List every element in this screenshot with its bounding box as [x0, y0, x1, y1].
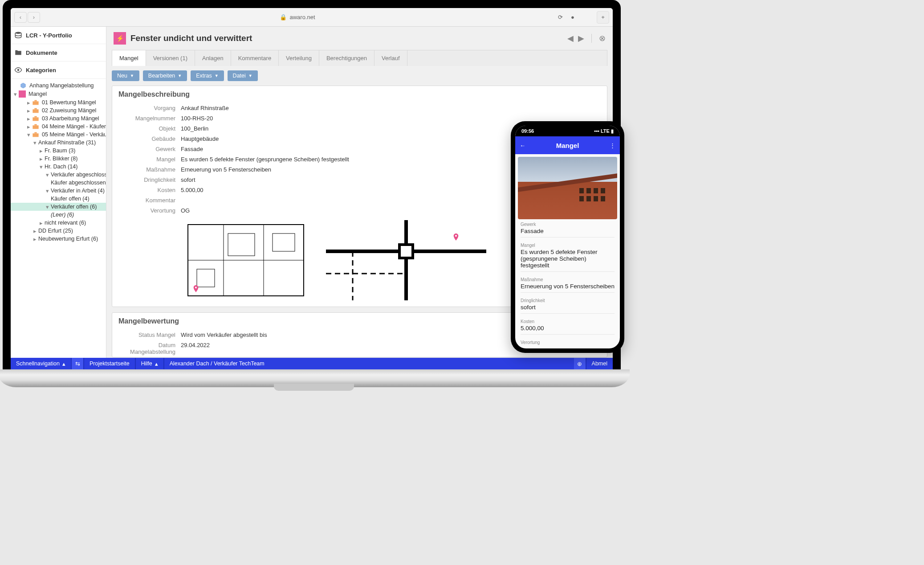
caret-right-icon: ▸ [26, 124, 31, 129]
sidebar-documents[interactable]: Dokumente [11, 44, 106, 61]
tree-item[interactable]: Käufer abgeschlossen (4) [11, 179, 106, 187]
schnellnavigation-button[interactable]: Schnellnavigation▴ [11, 360, 71, 367]
toolbar: Neu Bearbeiten Extras Datei [106, 66, 613, 86]
tree-folder[interactable]: ▾05 Meine Mängel - Verkäufer [11, 131, 106, 139]
caret-right-icon: ▸ [38, 148, 44, 153]
floorplan-detail-icon [326, 220, 486, 300]
cube-icon [20, 82, 27, 89]
bearbeiten-button[interactable]: Bearbeiten [143, 70, 187, 81]
url-text: awaro.net [289, 14, 315, 20]
tab-verlauf[interactable]: Verlauf [374, 50, 407, 66]
tree-folder[interactable]: ▸01 Bewertung Mängel [11, 98, 106, 106]
tree-item[interactable]: ▸Fr. Blikker (8) [11, 155, 106, 163]
field-kosten: 5.000,00 [181, 187, 204, 193]
svg-rect-11 [34, 132, 37, 134]
tree-mangel-root[interactable]: ▾ Mangel [11, 90, 106, 98]
browser-toolbar: ‹ › 🔒 awaro.net ⟳ ● + [11, 8, 613, 27]
sidebar-categories[interactable]: Kategorien [11, 61, 106, 79]
eye-icon [14, 66, 22, 74]
link-icon[interactable]: ⊕ [574, 358, 586, 369]
tab-berechtigungen[interactable]: Berechtigungen [319, 50, 374, 66]
tree-item[interactable]: Käufer offen (4) [11, 195, 106, 203]
hilfe-button[interactable]: Hilfe▴ [136, 360, 163, 367]
tab-anlagen[interactable]: Anlagen [195, 50, 231, 66]
field-objekt: 100_Berlin [181, 125, 208, 132]
expand-icon[interactable]: ⇆ [72, 358, 83, 369]
field-status: Wird vom Verkäufer abgestellt bis [181, 332, 267, 338]
tree-item[interactable]: ▾Hr. Dach (14) [11, 163, 106, 171]
close-button[interactable]: ⊗ [599, 33, 606, 43]
kebab-menu-icon[interactable]: ⋮ [605, 142, 615, 149]
page-title: Fenster undicht und verwittert [130, 33, 567, 43]
mangel-icon [114, 32, 126, 45]
field-gebaeude: Hauptgebäude [181, 135, 219, 142]
projektstartseite-button[interactable]: Projektstartseite [84, 360, 135, 367]
caret-right-icon: ▸ [32, 236, 37, 242]
svg-rect-10 [33, 133, 38, 137]
extras-button[interactable]: Extras [191, 70, 224, 81]
briefcase-icon [32, 107, 39, 114]
svg-point-1 [17, 69, 20, 71]
tree-item[interactable]: ▾Verkäufer in Arbeit (4) [11, 187, 106, 195]
pin-icon [192, 285, 199, 294]
caret-right-icon: ▸ [26, 108, 31, 113]
defect-photo[interactable] [518, 157, 617, 219]
phone-time: 09:56 [521, 128, 534, 134]
tree-item[interactable]: ▸Neubewertung Erfurt (6) [11, 235, 106, 243]
tab-kommentare[interactable]: Kommentare [231, 50, 279, 66]
tab-bar: Mangel Versionen (1) Anlagen Kommentare … [112, 50, 607, 66]
svg-rect-2 [33, 101, 38, 105]
tree-folder[interactable]: ▸04 Meine Mängel - Käufer [11, 123, 106, 131]
phone-field-gewerk: Fassade [521, 227, 615, 237]
svg-rect-9 [34, 124, 37, 126]
phone-mockup: 09:56 ••• LTE ▮ ← Mangel ⋮ GewerkFassade… [511, 121, 624, 353]
tree-item[interactable]: ▸DD Erfurt (25) [11, 227, 106, 235]
field-massnahme: Erneuerung von 5 Fensterscheiben [181, 166, 271, 173]
tree-ankauf[interactable]: ▾Ankauf Rhinstraße (31) [11, 139, 106, 147]
floorplan-detail[interactable] [326, 220, 486, 302]
prev-record-button[interactable]: ◀ [567, 33, 574, 43]
field-vorgang: Ankauf Rhinstraße [181, 105, 229, 111]
field-verortung: OG [181, 207, 190, 214]
caret-right-icon: ▸ [26, 100, 31, 105]
bottom-bar: Schnellnavigation▴ ⇆ Projektstartseite H… [11, 358, 613, 369]
tree-item[interactable]: ▸Fr. Baum (3) [11, 147, 106, 155]
next-record-button[interactable]: ▶ [578, 33, 584, 43]
section-title: Mangelbeschreibung [112, 86, 607, 103]
sidebar-portfolio[interactable]: LCR - Y-Portfolio [11, 27, 106, 44]
caret-right-icon: ▸ [38, 220, 44, 225]
tree-item[interactable]: ▸nicht relevant (6) [11, 219, 106, 227]
refresh-icon[interactable]: ⟳ [554, 14, 566, 20]
database-icon [14, 31, 22, 39]
caret-down-icon: ▾ [45, 172, 50, 177]
tree-folder[interactable]: ▸02 Zuweisung Mängel [11, 106, 106, 115]
download-icon[interactable]: ● [566, 14, 579, 20]
floorplan-icon [183, 220, 308, 300]
briefcase-icon [32, 131, 39, 138]
tree-folder[interactable]: ▸03 Abarbeitung Mängel [11, 115, 106, 123]
tab-versionen[interactable]: Versionen (1) [146, 50, 195, 66]
briefcase-icon [32, 115, 39, 122]
phone-field-massnahme: Erneuerung von 5 Fensterscheiben [521, 282, 615, 293]
tab-verteilung[interactable]: Verteilung [279, 50, 319, 66]
tab-mangel[interactable]: Mangel [112, 50, 146, 66]
briefcase-icon [32, 99, 39, 106]
abmelden-button[interactable]: Abmel [586, 360, 613, 367]
datei-button[interactable]: Datei [228, 70, 258, 81]
caret-up-icon: ▴ [62, 360, 65, 367]
caret-down-icon: ▾ [12, 91, 18, 97]
address-bar[interactable]: 🔒 awaro.net [41, 14, 554, 20]
tree-item[interactable]: (Leer) (6) [11, 211, 106, 219]
lock-icon: 🔒 [280, 14, 287, 20]
new-tab-button[interactable]: + [597, 11, 609, 24]
neu-button[interactable]: Neu [112, 70, 139, 81]
tree-item[interactable]: ▾Verkäufer abgeschlossen (4) [11, 171, 106, 179]
back-button[interactable]: ← [520, 142, 530, 149]
nav-back-button[interactable]: ‹ [14, 12, 27, 23]
tree-anhang[interactable]: Anhang Mangelabstellung [11, 82, 106, 90]
floorplan-overview[interactable] [183, 220, 308, 302]
phone-header: ← Mangel ⋮ [515, 136, 620, 154]
svg-rect-6 [33, 117, 38, 121]
tree-item-selected[interactable]: ▾Verkäufer offen (6) [11, 203, 106, 211]
nav-forward-button[interactable]: › [28, 12, 40, 23]
